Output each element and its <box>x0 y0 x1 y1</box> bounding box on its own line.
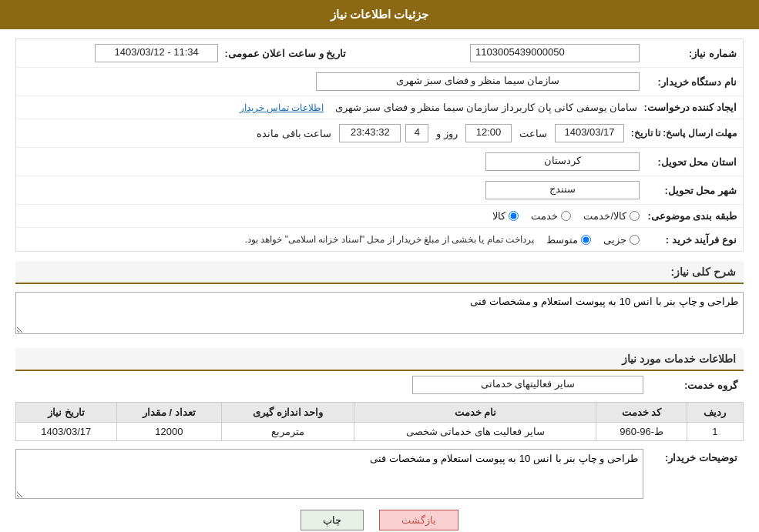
time-label: ساعت <box>519 128 547 139</box>
row-category: طبقه بندی موضوعی: کالا/خدمت خدمت کالا <box>16 205 743 228</box>
service-group-row: گروه خدمت: سایر فعالیتهای خدماتی <box>15 376 744 394</box>
col-row: ردیف <box>687 403 743 423</box>
service-group-label: گروه خدمت: <box>643 380 744 391</box>
row-deadline: مهلت ارسال پاسخ: تا تاریخ: 1403/03/17 سا… <box>16 119 743 148</box>
buyer-org-value: سازمان سیما منظر و فضای سبز شهری <box>316 72 640 91</box>
page-title: جزئیات اطلاعات نیاز <box>331 8 428 21</box>
announce-cell: 1403/03/12 - 11:34 <box>16 42 221 64</box>
buyer-notes-section: توضیحات خریدار: <box>15 449 744 499</box>
cell-name: سایر فعالیت های خدماتی شخصی <box>354 423 596 441</box>
deadline-clock: 23:43:32 <box>339 124 401 142</box>
need-number-label: شماره نیاز: <box>643 48 743 59</box>
buyer-org-label: نام دستگاه خریدار: <box>643 76 743 88</box>
col-name: نام خدمت <box>354 403 596 423</box>
buyer-notes-textarea[interactable] <box>15 449 643 499</box>
page-header: جزئیات اطلاعات نیاز <box>0 0 759 29</box>
row-province: استان محل تحویل: کردستان <box>16 148 743 176</box>
services-title: اطلاعات خدمات مورد نیاز <box>15 348 744 371</box>
creator-value: سامان یوسفی کانی پان کاربرداز سازمان سیم… <box>335 102 638 113</box>
purchase-type-motavasset[interactable]: متوسط <box>546 234 591 246</box>
announce-label: تاریخ و ساعت اعلان عمومی: <box>221 48 352 59</box>
main-content: شماره نیاز: 1103005439000050 تاریخ و ساع… <box>0 29 759 532</box>
city-cell: سنندج <box>16 179 643 201</box>
deadline-label: مهلت ارسال پاسخ: تا تاریخ: <box>627 128 743 139</box>
province-cell: کردستان <box>16 151 643 172</box>
city-value: سنندج <box>485 181 640 199</box>
row-buyer-org: نام دستگاه خریدار: سازمان سیما منظر و فض… <box>16 68 743 96</box>
row-need-number: شماره نیاز: 1103005439000050 تاریخ و ساع… <box>16 39 743 68</box>
need-number-cell: 1103005439000050 <box>352 42 643 64</box>
category-radio-group: کالا/خدمت خدمت کالا <box>19 210 640 222</box>
category-label: طبقه بندی موضوعی: <box>643 210 743 222</box>
deadline-time: 12:00 <box>465 124 512 142</box>
purchase-type-cell: جزیی متوسط پرداخت تمام یا بخشی از مبلغ خ… <box>16 233 643 247</box>
province-label: استان محل تحویل: <box>643 156 743 168</box>
contact-link[interactable]: اطلاعات تماس خریدار <box>240 102 324 113</box>
creator-cell: سامان یوسفی کانی پان کاربرداز سازمان سیم… <box>16 100 640 115</box>
deadline-days: 4 <box>405 124 428 142</box>
need-number-value: 1103005439000050 <box>470 44 640 62</box>
cell-qty: 12000 <box>116 423 222 441</box>
row-creator: ایجاد کننده درخواست: سامان یوسفی کانی پا… <box>16 96 743 119</box>
cell-date: 1403/03/17 <box>16 423 117 441</box>
purchase-type-jozi[interactable]: جزیی <box>603 234 640 246</box>
days-label: روز و <box>436 128 458 139</box>
category-option-kala[interactable]: کالا <box>492 210 519 222</box>
cell-unit: مترمربع <box>222 423 354 441</box>
services-table-section: ردیف کد خدمت نام خدمت واحد اندازه گیری ت… <box>15 402 744 441</box>
need-description-content <box>15 289 744 340</box>
cell-row: 1 <box>687 423 743 441</box>
province-value: کردستان <box>485 152 640 171</box>
category-option-kala-khedmat[interactable]: کالا/خدمت <box>583 210 640 222</box>
col-date: تاریخ نیاز <box>16 403 117 423</box>
col-unit: واحد اندازه گیری <box>222 403 354 423</box>
table-row: 1 ط-96-960 سایر فعالیت های خدماتی شخصی م… <box>16 423 744 441</box>
button-bar: بازگشت چاپ <box>15 499 744 532</box>
table-header-row: ردیف کد خدمت نام خدمت واحد اندازه گیری ت… <box>16 403 744 423</box>
announce-value: 1403/03/12 - 11:34 <box>95 44 218 62</box>
row-city: شهر محل تحویل: سنندج <box>16 176 743 205</box>
cell-code: ط-96-960 <box>596 423 687 441</box>
category-option-khedmat[interactable]: خدمت <box>531 210 571 222</box>
info-section: شماره نیاز: 1103005439000050 تاریخ و ساع… <box>15 38 744 252</box>
city-label: شهر محل تحویل: <box>643 185 743 196</box>
category-cell: کالا/خدمت خدمت کالا <box>16 209 643 223</box>
buyer-notes-label: توضیحات خریدار: <box>643 449 744 463</box>
print-button[interactable]: چاپ <box>301 510 364 530</box>
need-description-section: شرح کلی نیاز: <box>15 261 744 340</box>
deadline-cell: 1403/03/17 ساعت 12:00 روز و 4 23:43:32 س… <box>16 122 627 144</box>
need-description-textarea[interactable] <box>15 292 744 334</box>
services-table: ردیف کد خدمت نام خدمت واحد اندازه گیری ت… <box>15 402 744 441</box>
purchase-type-label: نوع فرآیند خرید : <box>643 234 743 246</box>
need-description-title: شرح کلی نیاز: <box>15 261 744 284</box>
buyer-notes-content <box>15 449 643 499</box>
col-qty: تعداد / مقدار <box>116 403 222 423</box>
remaining-label: ساعت باقی مانده <box>257 128 331 139</box>
back-button[interactable]: بازگشت <box>379 510 458 530</box>
col-code: کد خدمت <box>596 403 687 423</box>
page-wrapper: جزئیات اطلاعات نیاز شماره نیاز: 11030054… <box>0 0 759 532</box>
row-purchase-type: نوع فرآیند خرید : جزیی متوسط پرداخت تمام… <box>16 228 743 251</box>
buyer-org-cell: سازمان سیما منظر و فضای سبز شهری <box>16 71 643 92</box>
deadline-date: 1403/03/17 <box>555 124 624 142</box>
creator-label: ایجاد کننده درخواست: <box>640 102 743 113</box>
service-group-value: سایر فعالیتهای خدماتی <box>412 376 643 394</box>
purchase-type-note: پرداخت تمام یا بخشی از مبلغ خریدار از مح… <box>245 234 534 245</box>
